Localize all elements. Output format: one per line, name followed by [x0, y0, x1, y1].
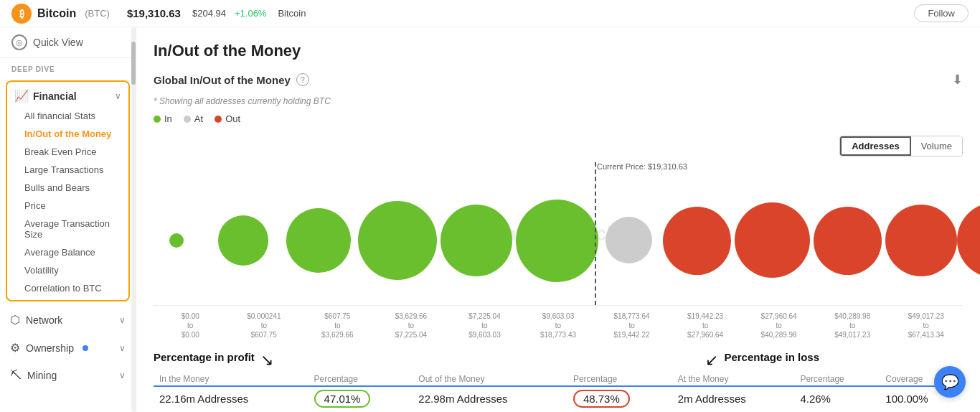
stats-row: 22.16m Addresses 47.01% 22.98m Addresses…	[154, 386, 963, 411]
x-axis-label: $3,629.66to$7,225.04	[374, 312, 448, 340]
toggle-addresses[interactable]: Addresses	[840, 136, 910, 156]
sidebar-item-financial[interactable]: Volatility	[7, 261, 128, 279]
network-label: Network	[26, 314, 62, 326]
bubble-green-1	[169, 233, 184, 248]
current-price-label: Current Price: $19,310.63	[597, 162, 687, 171]
mining-item-left: ⛏ Mining	[10, 369, 57, 382]
ownership-item-left: ⚙ Ownership	[10, 341, 88, 355]
stats-table: In the Money Percentage Out of the Money…	[154, 373, 963, 411]
bubble-gray-1	[606, 217, 652, 263]
sidebar: ◎ Quick View DEEP DIVE 📈 Financial ∨ All…	[0, 27, 136, 412]
content-inner: In/Out of the Money Global In/Out of the…	[136, 27, 980, 412]
toggle-volume[interactable]: Volume	[911, 136, 962, 156]
sidebar-item-financial[interactable]: Price	[7, 197, 128, 215]
legend-dot-at	[184, 116, 191, 123]
sidebar-item-network[interactable]: ⬡ Network ∨	[0, 306, 136, 334]
ownership-dot	[83, 345, 88, 351]
top-bar: ₿ Bitcoin (BTC) $19,310.63 $204.94 +1.06…	[0, 0, 980, 27]
td-in-money: 22.16m Addresses	[154, 386, 308, 411]
sidebar-item-financial[interactable]: Average Transaction Size	[7, 215, 128, 243]
logo-area: ₿ Bitcoin (BTC) $19,310.63 $204.94 +1.06…	[11, 4, 306, 24]
quick-view-label: Quick View	[33, 37, 83, 48]
th-at-pct: Percentage	[794, 373, 880, 386]
legend-dot-out	[215, 116, 222, 123]
x-axis-label: $7,225.04to$9,603.03	[448, 312, 522, 340]
quick-view-icon: ◎	[11, 34, 27, 50]
bubble-green-2	[218, 215, 268, 266]
btc-change-pct: +1.06%	[235, 8, 266, 19]
th-out-pct: Percentage	[567, 373, 672, 386]
x-axis-label: $0.000241to$607.75	[227, 312, 301, 340]
sidebar-item-financial[interactable]: Correlation to BTC	[7, 279, 128, 297]
network-item-left: ⬡ Network	[10, 313, 62, 327]
ownership-icon: ⚙	[10, 341, 20, 355]
financial-group-header[interactable]: 📈 Financial ∨	[7, 85, 128, 107]
x-axis-label: $27,960.64to$40,289.98	[742, 312, 816, 340]
td-at-pct: 4.26%	[794, 386, 880, 411]
x-axis-label: $607.75to$3,629.66	[301, 312, 374, 340]
help-icon[interactable]: ?	[296, 73, 309, 86]
x-axis-label: $40,289.98to$49,017.23	[816, 312, 890, 340]
sidebar-item-mining[interactable]: ⛏ Mining ∨	[0, 362, 136, 389]
th-at-money: At the Money	[672, 373, 795, 386]
page-title: In/Out of the Money	[154, 42, 963, 60]
btc-change-val: $204.94	[192, 8, 226, 19]
section-title: Global In/Out of the Money	[154, 74, 291, 86]
financial-group-header-left: 📈 Financial	[14, 89, 77, 103]
ownership-chevron: ∨	[119, 343, 126, 353]
bubble-red-1	[663, 207, 731, 275]
content-area: In/Out of the Money Global In/Out of the…	[136, 27, 980, 412]
x-axis: $0.00to$0.00$0.000241to$607.75$607.75to$…	[154, 309, 963, 345]
annotation-loss-text: Percentage in loss	[724, 351, 819, 363]
financial-items-list: All financial StatsIn/Out of the MoneyBr…	[7, 107, 128, 297]
btc-label: Bitcoin	[278, 8, 306, 19]
scrollbar-track[interactable]	[131, 27, 136, 412]
follow-button[interactable]: Follow	[914, 4, 969, 22]
mining-chevron: ∨	[119, 370, 126, 380]
btc-price: $19,310.63	[127, 7, 181, 19]
network-icon: ⬡	[10, 313, 20, 327]
btc-name: Bitcoin	[37, 7, 76, 20]
bubble-green-6	[516, 200, 598, 282]
stats-annotation-row: Percentage in profit ↘ ↙ Percentage in l…	[154, 351, 963, 370]
sidebar-item-financial[interactable]: Large Transactions	[7, 161, 128, 179]
sidebar-item-financial[interactable]: In/Out of the Money	[7, 125, 128, 143]
sidebar-item-financial[interactable]: Bulls and Bears	[7, 179, 128, 197]
sidebar-item-financial[interactable]: Average Balance	[7, 243, 128, 261]
stats-section: Percentage in profit ↘ ↙ Percentage in l…	[154, 351, 963, 411]
bubble-chart-area: intotheblock Current Price: $19,310.63	[154, 162, 963, 306]
financial-group: 📈 Financial ∨ All financial StatsIn/Out …	[6, 80, 130, 301]
chat-button[interactable]: 💬	[934, 366, 966, 398]
showing-note: * Showing all addresses currently holdin…	[154, 96, 963, 106]
out-pct-badge: 48.73%	[573, 390, 630, 408]
bubble-red-4	[885, 205, 957, 276]
x-axis-label: $0.00to$0.00	[154, 312, 227, 340]
bubble-red-3	[814, 207, 882, 275]
td-out-pct: 48.73%	[567, 386, 672, 411]
bubble-green-5	[440, 205, 512, 276]
bubble-red-2	[735, 202, 810, 278]
x-axis-label: $9,603.03to$18,773.43	[522, 312, 595, 340]
legend: In At Out	[154, 113, 963, 124]
legend-at: At	[184, 113, 203, 124]
top-bar-right: Follow	[914, 4, 969, 22]
in-pct-badge: 47.01%	[314, 390, 371, 408]
sidebar-item-ownership[interactable]: ⚙ Ownership ∨	[0, 334, 136, 362]
download-icon[interactable]: ⬇	[952, 72, 963, 88]
deep-dive-label: DEEP DIVE	[0, 58, 136, 76]
annotation-profit-arrow: ↘	[260, 351, 273, 370]
th-in-money: In the Money	[154, 373, 308, 386]
btc-icon: ₿	[11, 4, 32, 24]
chart-controls: Addresses Volume	[154, 136, 963, 156]
network-chevron: ∨	[119, 315, 126, 325]
main-layout: ◎ Quick View DEEP DIVE 📈 Financial ∨ All…	[0, 27, 980, 412]
annotation-right: ↙ Percentage in loss	[705, 351, 819, 370]
btc-ticker: (BTC)	[85, 8, 110, 19]
sidebar-quick-view[interactable]: ◎ Quick View	[0, 27, 136, 58]
financial-label: Financial	[33, 90, 77, 102]
legend-label-in: In	[164, 113, 172, 124]
sidebar-item-financial[interactable]: All financial Stats	[7, 107, 128, 125]
sidebar-item-financial[interactable]: Break Even Price	[7, 143, 128, 161]
annotation-loss-arrow: ↙	[705, 351, 718, 370]
td-out-money: 22.98m Addresses	[413, 386, 567, 411]
